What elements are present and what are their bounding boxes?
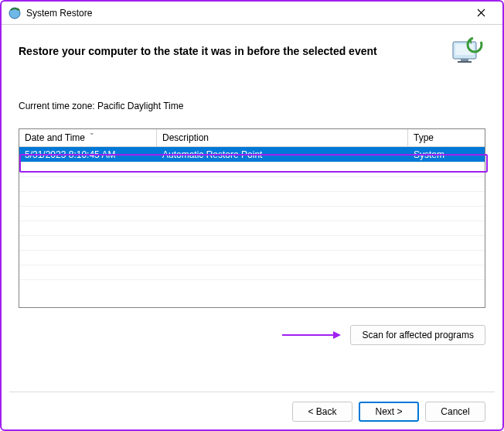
restore-monitor-icon xyxy=(448,36,485,67)
col-header-datetime-label: Date and Time xyxy=(25,132,85,143)
next-button[interactable]: Next > xyxy=(359,402,419,422)
cell-description: Automatic Restore Point xyxy=(157,147,408,162)
content-area: Current time zone: Pacific Daylight Time… xyxy=(19,101,485,308)
table-row-empty xyxy=(19,279,485,294)
cell-type: System xyxy=(408,147,482,162)
table-row-empty xyxy=(19,191,485,206)
col-header-type-label: Type xyxy=(414,132,434,143)
table-row-empty xyxy=(19,265,485,279)
wizard-footer: < Back Next > Cancel xyxy=(292,402,485,422)
sort-caret-icon: ⌄ xyxy=(89,128,95,136)
system-restore-icon xyxy=(8,6,22,20)
svg-rect-7 xyxy=(458,61,472,63)
annotation-arrow-icon xyxy=(281,330,342,340)
table-row-empty xyxy=(19,162,485,176)
window-title: System Restore xyxy=(26,8,92,19)
col-header-description-label: Description xyxy=(162,132,209,143)
table-row-empty xyxy=(19,250,485,265)
table-row-empty xyxy=(19,176,485,191)
wizard-header: Restore your computer to the state it wa… xyxy=(2,25,502,79)
restore-points-table[interactable]: Date and Time ⌄ Description Type 5/31/20… xyxy=(19,128,485,308)
col-header-description[interactable]: Description xyxy=(157,129,408,147)
scan-affected-button[interactable]: Scan for affected programs xyxy=(350,325,485,345)
table-row[interactable]: 5/31/2023 8:10:45 AM Automatic Restore P… xyxy=(19,147,485,162)
svg-rect-6 xyxy=(461,59,468,61)
table-row-empty xyxy=(19,221,485,235)
table-row-empty xyxy=(19,235,485,250)
table-header: Date and Time ⌄ Description Type xyxy=(19,129,485,147)
timezone-label: Current time zone: Pacific Daylight Time xyxy=(19,101,485,111)
col-header-type[interactable]: Type xyxy=(408,129,485,147)
table-row-empty xyxy=(19,206,485,221)
close-icon xyxy=(477,9,485,17)
header-text: Restore your computer to the state it wa… xyxy=(19,45,377,57)
col-header-datetime[interactable]: Date and Time ⌄ xyxy=(19,129,157,147)
back-button[interactable]: < Back xyxy=(292,402,352,422)
cancel-button[interactable]: Cancel xyxy=(425,402,485,422)
close-button[interactable] xyxy=(464,2,498,24)
titlebar: System Restore xyxy=(2,2,502,25)
cell-datetime: 5/31/2023 8:10:45 AM xyxy=(19,147,157,162)
scan-row: Scan for affected programs xyxy=(19,325,485,345)
footer-divider xyxy=(9,392,495,392)
window-frame: System Restore Restore your computer to … xyxy=(0,0,504,431)
svg-marker-11 xyxy=(333,331,341,339)
table-body: 5/31/2023 8:10:45 AM Automatic Restore P… xyxy=(19,147,485,294)
